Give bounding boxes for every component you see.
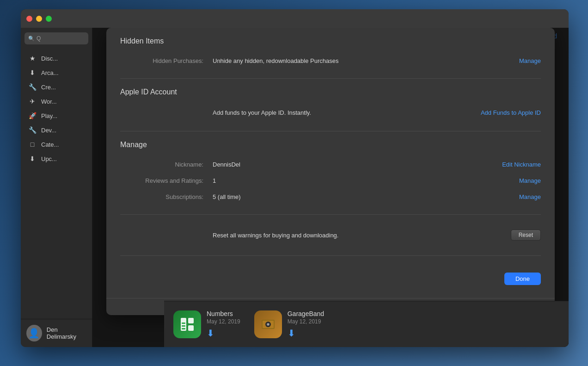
subscriptions-row: Subscriptions: 5 (all time) Manage	[120, 189, 541, 205]
search-bar[interactable]: 🔍 Q	[24, 32, 88, 44]
search-icon: 🔍	[28, 36, 35, 42]
numbers-info: Numbers May 12, 2019 ⬇	[207, 310, 240, 339]
sidebar: 🔍 Q ★ Disc... ⬇ Arca... 🔧 Cre... ✈ Wor..…	[21, 28, 92, 347]
avatar: 👤	[26, 325, 42, 341]
user-name: Den Delimarsky	[47, 326, 86, 340]
reviews-value: 1	[213, 177, 519, 184]
categories-icon: □	[28, 141, 37, 148]
sidebar-item-label: Dev...	[41, 127, 56, 134]
dialog-body: Hidden Items Hidden Purchases: Unhide an…	[106, 28, 555, 298]
numbers-date: May 12, 2019	[207, 318, 240, 325]
app-window: 🔍 Q ★ Disc... ⬇ Arca... 🔧 Cre... ✈ Wor..…	[21, 9, 569, 347]
title-bar	[21, 9, 569, 28]
manage-hidden-link[interactable]: Manage	[519, 57, 541, 64]
sidebar-item-create[interactable]: 🔧 Cre...	[23, 80, 90, 94]
apple-id-section: Apple ID Account Add funds to your Apple…	[120, 88, 541, 122]
sidebar-item-discover[interactable]: ★ Disc...	[23, 51, 90, 65]
svg-rect-2	[188, 325, 194, 331]
edit-nickname-link[interactable]: Edit Nickname	[502, 161, 541, 168]
done-button[interactable]: Done	[504, 273, 541, 285]
traffic-lights	[26, 16, 52, 22]
hidden-items-title: Hidden Items	[120, 37, 541, 45]
hidden-purchases-row: Hidden Purchases: Unhide any hidden, red…	[120, 53, 541, 69]
manage-section: Manage Nickname: DennisDel Edit Nickname…	[120, 141, 541, 205]
manage-reviews-link[interactable]: Manage	[519, 177, 541, 184]
sidebar-item-updates[interactable]: ⬇ Upc...	[23, 152, 90, 166]
reset-row: Reset all warnings for buying and downlo…	[120, 224, 541, 246]
create-icon: 🔧	[28, 83, 37, 91]
add-funds-link[interactable]: Add Funds to Apple ID	[481, 109, 541, 116]
hidden-purchases-value: Unhide any hidden, redownloadable Purcha…	[213, 57, 519, 64]
sidebar-item-play[interactable]: 🚀 Play...	[23, 109, 90, 123]
subscriptions-value: 5 (all time)	[213, 193, 519, 200]
manage-subscriptions-link[interactable]: Manage	[519, 193, 541, 200]
sidebar-item-label: Play...	[41, 112, 57, 119]
numbers-icon	[173, 310, 201, 338]
discover-icon: ★	[28, 55, 37, 62]
numbers-name: Numbers	[207, 310, 240, 317]
account-dialog: Hidden Items Hidden Purchases: Unhide an…	[106, 28, 555, 315]
apps-bar: Numbers May 12, 2019 ⬇ Ga	[164, 301, 569, 347]
minimize-button[interactable]	[36, 16, 42, 22]
reviews-label: Reviews and Ratings:	[120, 177, 213, 184]
sidebar-item-label: Upc...	[41, 155, 57, 162]
garageband-info: GarageBand May 12, 2019 ⬇	[288, 310, 324, 339]
dialog-overlay: Hidden Items Hidden Purchases: Unhide an…	[92, 28, 569, 347]
apple-id-description: Add funds to your Apple ID. Instantly.	[120, 109, 481, 116]
garageband-date: May 12, 2019	[288, 318, 324, 325]
sidebar-item-label: Disc...	[41, 55, 58, 62]
divider-4	[120, 255, 541, 256]
svg-rect-3	[182, 323, 185, 324]
done-row: Done	[120, 265, 541, 289]
sidebar-item-categories[interactable]: □ Cate...	[23, 137, 90, 151]
divider-2	[120, 131, 541, 131]
divider-1	[120, 78, 541, 79]
sidebar-user[interactable]: 👤 Den Delimarsky	[21, 319, 92, 347]
apple-id-title: Apple ID Account	[120, 88, 541, 96]
nickname-row: Nickname: DennisDel Edit Nickname	[120, 156, 541, 173]
hidden-purchases-label: Hidden Purchases:	[120, 57, 213, 64]
sidebar-item-label: Cre...	[41, 84, 56, 91]
reviews-row: Reviews and Ratings: 1 Manage	[120, 173, 541, 189]
divider-3	[120, 214, 541, 215]
app-item-numbers[interactable]: Numbers May 12, 2019 ⬇	[173, 310, 240, 339]
svg-rect-1	[188, 318, 194, 323]
app-item-garageband[interactable]: GarageBand May 12, 2019 ⬇	[254, 310, 324, 339]
updates-icon: ⬇	[28, 155, 37, 162]
manage-title: Manage	[120, 141, 541, 149]
sidebar-item-develop[interactable]: 🔧 Dev...	[23, 123, 90, 137]
nickname-label: Nickname:	[120, 161, 213, 168]
svg-rect-4	[182, 325, 185, 327]
maximize-button[interactable]	[46, 16, 52, 22]
sidebar-item-arcade[interactable]: ⬇ Arca...	[23, 66, 90, 80]
search-display: Q	[37, 35, 41, 42]
garageband-icon	[254, 310, 282, 338]
sidebar-item-label: Arca...	[41, 69, 59, 76]
close-button[interactable]	[26, 16, 32, 22]
numbers-download-icon[interactable]: ⬇	[207, 328, 240, 339]
develop-icon: 🔧	[28, 126, 37, 134]
svg-point-10	[268, 324, 269, 325]
play-icon: 🚀	[28, 112, 37, 119]
sidebar-item-label: Wor...	[41, 98, 57, 105]
svg-rect-5	[182, 328, 185, 329]
sidebar-items: ★ Disc... ⬇ Arca... 🔧 Cre... ✈ Wor... 🚀 …	[21, 49, 92, 319]
garageband-download-icon[interactable]: ⬇	[288, 328, 324, 339]
nickname-value: DennisDel	[213, 161, 502, 168]
sidebar-item-label: Cate...	[41, 141, 59, 148]
sidebar-item-work[interactable]: ✈ Wor...	[23, 94, 90, 108]
reset-description: Reset all warnings for buying and downlo…	[120, 232, 511, 239]
main-content: Card Hidden Items Hidden Purchases: Unhi…	[92, 28, 569, 347]
garageband-name: GarageBand	[288, 310, 324, 317]
hidden-items-section: Hidden Items Hidden Purchases: Unhide an…	[120, 37, 541, 69]
apple-id-row: Add funds to your Apple ID. Instantly. A…	[120, 104, 541, 122]
subscriptions-label: Subscriptions:	[120, 193, 213, 200]
reset-button[interactable]: Reset	[511, 230, 541, 241]
work-icon: ✈	[28, 98, 37, 105]
arcade-icon: ⬇	[28, 69, 37, 76]
